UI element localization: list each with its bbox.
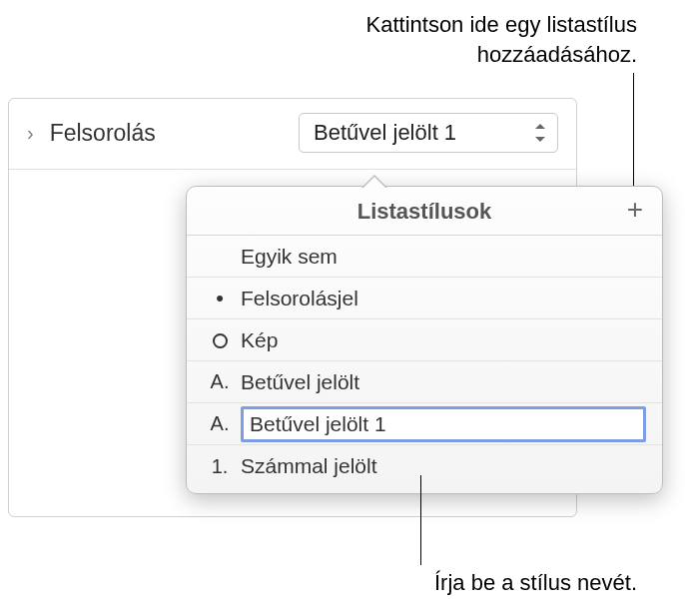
bullet-letter-icon: A. (205, 412, 235, 435)
annotation-type-name: Írja be a stílus nevét. (238, 568, 637, 598)
callout-line-bottom (420, 475, 421, 565)
style-item-image[interactable]: Kép (187, 319, 662, 361)
style-name-input[interactable] (241, 406, 646, 442)
panel-header: › Felsorolás Betűvel jelölt 1 (9, 99, 576, 163)
popover-title-text: Listastílusok (357, 199, 491, 224)
style-item-none[interactable]: Egyik sem (187, 236, 662, 278)
bullet-circle-icon (205, 328, 235, 351)
style-item-lettered[interactable]: A. Betűvel jelölt (187, 361, 662, 403)
list-style-dropdown[interactable]: Betűvel jelölt 1 (299, 113, 558, 153)
style-item-label: Egyik sem (205, 245, 338, 269)
list-section-label: Felsorolás (50, 120, 156, 147)
divider (9, 169, 576, 170)
dropdown-selected-value: Betűvel jelölt 1 (314, 120, 456, 146)
style-item-lettered-1[interactable]: A. (187, 403, 662, 445)
style-list: Egyik sem • Felsorolásjel Kép A. Betűvel… (187, 236, 662, 487)
chevron-right-icon[interactable]: › (27, 122, 34, 145)
style-item-label: Betűvel jelölt (235, 370, 359, 394)
style-item-label: Számmal jelölt (235, 454, 377, 478)
popover-title: Listastílusok + (187, 187, 662, 236)
style-item-label: Felsorolásjel (235, 287, 358, 310)
list-styles-popover: Listastílusok + Egyik sem • Felsorolásje… (186, 186, 663, 494)
add-style-button[interactable]: + (620, 195, 650, 225)
bullet-dot-icon: • (205, 286, 235, 311)
style-item-bullet[interactable]: • Felsorolásjel (187, 278, 662, 319)
bullet-letter-icon: A. (205, 370, 235, 393)
style-item-numbered[interactable]: 1. Számmal jelölt (187, 445, 662, 487)
annotation-add-style: Kattintson ide egy listastílus hozzáadás… (238, 10, 637, 69)
bullet-number-icon: 1. (205, 455, 235, 478)
style-item-label: Kép (235, 328, 278, 352)
updown-caret-icon (533, 124, 547, 142)
